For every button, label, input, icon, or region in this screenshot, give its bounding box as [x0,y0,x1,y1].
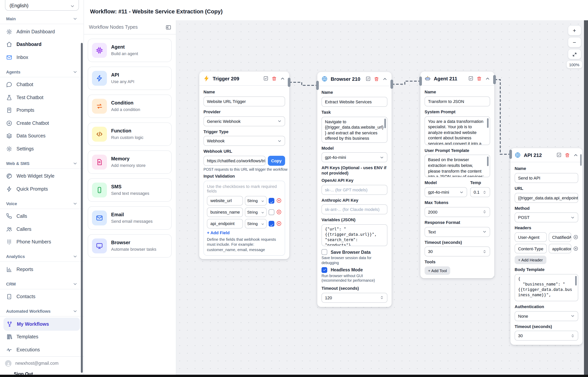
response-format-select[interactable]: Text [425,227,490,237]
headless-mode-checkbox[interactable] [322,267,327,273]
sidebar-item-admin-dashboard[interactable]: Admin Dashboard [0,25,84,38]
sidebar-item-test-chatbot[interactable]: Test Chatbot [0,91,84,104]
palette-card-memory[interactable]: MemoryAdd memory store [88,150,172,174]
browser-timeout-input[interactable]: 120 [322,293,388,303]
agent-output-handle[interactable] [493,75,496,84]
sidebar-item-templates[interactable]: Templates [0,330,84,343]
scrollbar-thumb[interactable] [487,157,488,166]
collapse-node-icon[interactable] [485,76,490,81]
api-name-input[interactable]: Send to API [515,173,578,183]
palette-card-condition[interactable]: ConditionAdd a condition [88,94,172,118]
task-textarea[interactable]: Navigate to {{trigger_data.data.website_… [322,117,388,142]
webhook-url-input[interactable]: https://chatified.co/workflows/trigger/9… [203,156,265,166]
agent-model-select[interactable]: gpt-4o-mini [425,187,467,197]
auth-select[interactable]: None [515,311,578,321]
collapse-node-icon[interactable] [280,76,285,81]
sidebar-item-executions[interactable]: Executions [0,343,84,356]
field-name-input[interactable]: website_url [207,196,243,205]
body-template-textarea[interactable]: { "business_name": "{{trigger_data.data.… [515,274,578,301]
sidebar-item-create-chatbot[interactable]: Create Chatbot [0,117,84,130]
sidebar-section-main[interactable]: Main [0,11,84,22]
sidebar-section-analytics[interactable]: Analytics [0,248,84,260]
scrollbar-thumb[interactable] [384,118,386,128]
provider-select[interactable]: Generic Webhook [203,116,285,126]
header-value-input[interactable]: application/json [549,244,571,253]
field-name-input[interactable]: business_name [207,207,243,217]
trigger-name-input[interactable]: Website URL Trigger [203,96,285,106]
required-checkbox[interactable] [269,209,274,215]
save-browser-data-checkbox[interactable] [322,249,327,255]
sidebar-item-quick-prompts[interactable]: Quick Prompts [0,183,84,195]
sidebar-item-reports[interactable]: Reports [0,263,84,276]
language-selector[interactable]: (English) [5,0,79,11]
delete-node-icon[interactable] [374,76,379,81]
remove-header-icon[interactable] [573,235,578,240]
select-node-checkbox[interactable] [556,153,561,158]
palette-card-sms[interactable]: SMSSend text messages [88,178,172,202]
sidebar-section-web-sms[interactable]: Web & SMS [0,155,84,167]
header-key-input[interactable]: User-Agent [515,232,547,242]
remove-header-icon[interactable] [573,246,578,251]
sidebar-item-chatbot[interactable]: Chatbot [0,78,84,91]
sidebar-item-callers[interactable]: Callers [0,223,84,236]
sidebar-scrollbar[interactable] [81,43,83,373]
add-field-button[interactable]: + Add Field [207,230,282,235]
scrollbar-thumb[interactable] [575,276,577,285]
zoom-out-button[interactable]: − [568,37,581,47]
collapse-panel-icon[interactable] [165,24,171,30]
collapse-node-icon[interactable] [573,153,578,157]
temp-input[interactable]: 0.1 [470,187,490,197]
node-scrollbar[interactable] [580,154,582,166]
field-type-select[interactable]: String [245,196,267,205]
api-input-handle[interactable] [509,150,512,159]
sidebar-section-automated-workflows[interactable]: Automated Workflows [0,303,84,315]
method-select[interactable]: POST [515,212,578,223]
anthropic-key-input[interactable]: sk-ant-... (for Claude models) [322,205,388,214]
api-url-input[interactable]: {{trigger_data.data.api_endpoint}} [515,193,578,203]
sidebar-item-inbox[interactable]: Inbox [0,51,84,64]
trigger-output-handle[interactable] [288,78,290,87]
select-node-checkbox[interactable] [263,76,268,81]
sidebar-item-web-widget-style[interactable]: Web Widget Style [0,170,84,183]
field-type-select[interactable]: String [245,207,267,217]
browser-name-input[interactable]: Extract Website Services [322,97,388,107]
fit-view-button[interactable] [568,49,581,59]
copy-button[interactable]: Copy [268,156,285,166]
remove-field-icon[interactable] [276,209,282,215]
delete-node-icon[interactable] [272,76,277,81]
node-agent-211[interactable]: Agent 211 Name Transform to JSON System … [420,71,494,278]
agent-timeout-input[interactable]: 30 [425,247,490,257]
node-browser-210[interactable]: Browser 210 Name Extract Website Service… [317,72,392,307]
sidebar-section-crm[interactable]: CRM [0,276,84,287]
add-tool-button[interactable]: + Add Tool [425,266,450,275]
palette-card-api[interactable]: APIUse any API [88,67,172,90]
select-node-checkbox[interactable] [365,76,371,82]
api-timeout-input[interactable]: 30 [515,331,578,341]
max-tokens-input[interactable]: 2000 [425,207,490,217]
sidebar-item-prompts[interactable]: Prompts [0,104,84,117]
variables-textarea[interactable]: {"url": "{{trigger_data.url}}", "search_… [322,224,388,246]
palette-card-function[interactable]: FunctionRun custom logic [88,122,172,146]
sidebar-item-data-sources[interactable]: Data Sources [0,130,84,142]
browser-input-handle[interactable] [316,81,319,90]
sidebar-item-phone-numbers[interactable]: Phone Numbers [0,236,84,248]
remove-field-icon[interactable] [276,198,282,203]
field-type-select[interactable]: String [245,219,267,228]
sidebar-item-contacts[interactable]: Contacts [0,290,84,303]
sidebar-item-settings[interactable]: Settings [0,142,84,155]
user-prompt-textarea[interactable]: Based on the browser extraction results … [425,155,490,177]
delete-node-icon[interactable] [565,153,570,157]
delete-node-icon[interactable] [477,76,482,81]
zoom-in-button[interactable]: + [568,25,581,35]
remove-field-icon[interactable] [276,221,282,226]
add-header-button[interactable]: + Add Header [515,256,546,264]
required-checkbox[interactable] [269,198,274,203]
browser-output-handle[interactable] [390,80,393,89]
agent-input-handle[interactable] [419,77,422,86]
trigger-type-select[interactable]: Webhook [203,136,285,146]
sidebar-item-my-workflows[interactable]: My Workflows [3,318,80,330]
scrollbar-thumb[interactable] [487,118,488,128]
model-select[interactable]: gpt-4o-mini [322,153,388,163]
field-name-input[interactable]: api_endpoint [207,219,243,228]
window-scrollbar[interactable] [584,20,588,375]
